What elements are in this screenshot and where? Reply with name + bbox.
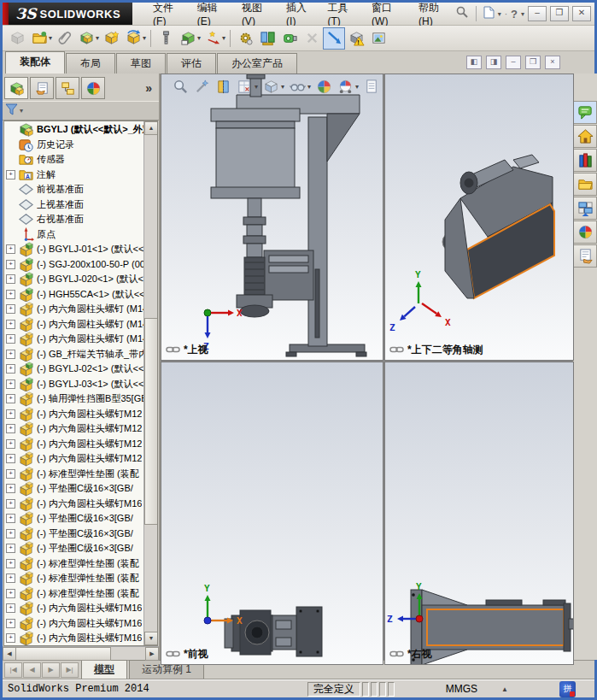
- zoom-to-area-button[interactable]: [192, 77, 211, 96]
- view-orientation-dropdown-icon[interactable]: ▾: [255, 83, 258, 91]
- viewport-isometric[interactable]: Y X Z*上下二等角轴测: [384, 74, 574, 361]
- take-snapshot-button[interactable]: [367, 27, 389, 50]
- doc-pane-left-button[interactable]: ◧: [466, 56, 482, 69]
- tree-row[interactable]: +(-) GB_杆端关节轴承_带内: [4, 347, 144, 362]
- zoom-to-fit-button[interactable]: [171, 77, 190, 96]
- view-orientation-button[interactable]: [235, 77, 254, 96]
- tree-row[interactable]: +(-) 标准型弹性垫圈 (装配: [4, 571, 144, 586]
- tab-办公室产品[interactable]: 办公室产品: [217, 53, 297, 74]
- tree-row[interactable]: +(-) 平垫圈C级16×3[GB/: [4, 511, 144, 526]
- expand-icon[interactable]: +: [6, 484, 15, 493]
- minimize-button[interactable]: –: [528, 6, 547, 21]
- expand-icon[interactable]: +: [6, 334, 15, 344]
- tree-row[interactable]: +(-) HGH55CA<1> (默认<<默: [4, 287, 144, 303]
- doc-close-button[interactable]: ×: [545, 56, 560, 69]
- expand-icon[interactable]: +: [6, 469, 15, 479]
- study-nav-button-3[interactable]: ▶|: [61, 662, 79, 678]
- viewport-top[interactable]: X Z*上视: [161, 74, 383, 361]
- scroll-down-button[interactable]: ▼: [144, 632, 158, 645]
- fm-tab-propertymanager[interactable]: [30, 77, 54, 99]
- section-view-button[interactable]: [214, 77, 232, 96]
- vertical-scroll-thumb[interactable]: [144, 318, 158, 525]
- tree-horizontal-scrollbar[interactable]: ◀ ▶: [3, 646, 159, 660]
- expand-icon[interactable]: +: [6, 364, 15, 374]
- large-design-review-button[interactable]: [323, 27, 345, 50]
- home-button[interactable]: [573, 125, 597, 148]
- hide-show-items-button[interactable]: [288, 77, 307, 96]
- scroll-up-button[interactable]: ▲: [144, 121, 158, 135]
- study-nav-button-1[interactable]: ◀: [23, 662, 41, 678]
- expand-icon[interactable]: +: [6, 379, 15, 389]
- smart-fasteners-button[interactable]: [155, 27, 177, 50]
- tree-row[interactable]: +(-) 平垫圈C级16×3[GB/: [4, 541, 144, 556]
- expand-icon[interactable]: +: [6, 619, 15, 628]
- panel-overflow-chevron[interactable]: »: [140, 81, 157, 95]
- expand-icon[interactable]: +: [6, 244, 15, 254]
- interference-detection-button[interactable]: !: [345, 27, 367, 50]
- tree-row[interactable]: +(-) BGYLJ-02<1> (默认<<: [4, 362, 144, 377]
- expand-icon[interactable]: +: [6, 304, 15, 314]
- reference-geometry-button[interactable]: [256, 27, 278, 50]
- expand-icon[interactable]: +: [6, 290, 15, 299]
- expand-icon[interactable]: +: [6, 350, 15, 359]
- expand-icon[interactable]: +: [6, 439, 15, 449]
- search-icon[interactable]: [455, 5, 469, 22]
- tree-row[interactable]: +BGYLJ (默认<<默认>_外观 显: [4, 122, 144, 138]
- horizontal-scroll-thumb[interactable]: [15, 647, 111, 661]
- tab-布局[interactable]: 布局: [66, 53, 115, 74]
- tree-row[interactable]: +A注解: [4, 168, 144, 183]
- study-nav-button-0[interactable]: |◀: [4, 662, 22, 678]
- tree-row[interactable]: +(-) 内六角圆柱头螺钉M16: [4, 616, 144, 632]
- bottom-tab-model[interactable]: 模型: [81, 660, 127, 679]
- external-references-dropdown-icon[interactable]: ▾: [197, 34, 201, 42]
- view-palette-button[interactable]: [573, 197, 597, 220]
- help-dropdown-icon[interactable]: ▾: [521, 10, 524, 18]
- tree-row[interactable]: +(-) 轴用弹性挡圈B型35[GB: [4, 391, 144, 407]
- scroll-left-button[interactable]: ◀: [3, 647, 16, 661]
- tree-row[interactable]: +(-) 标准型弹性垫圈 (装配: [4, 467, 144, 482]
- help-icon[interactable]: ?: [511, 8, 518, 21]
- tree-row[interactable]: +(-) BGYLJ-020<1> (默认<: [4, 272, 144, 287]
- fm-tab-displaymanager[interactable]: [81, 77, 105, 99]
- doc-pane-right-button[interactable]: ◨: [486, 56, 501, 69]
- close-button[interactable]: ✕: [572, 6, 591, 21]
- mate-dropdown-icon[interactable]: ▾: [96, 34, 99, 42]
- study-nav-button-2[interactable]: ▶: [42, 662, 60, 678]
- expand-icon[interactable]: +: [6, 170, 15, 179]
- units-label[interactable]: MMGS: [446, 683, 477, 695]
- tree-row[interactable]: +右视基准面: [4, 212, 144, 227]
- expand-icon[interactable]: +: [6, 633, 15, 643]
- open-document-button[interactable]: [28, 27, 50, 50]
- restore-button[interactable]: ❒: [550, 6, 569, 21]
- expand-icon[interactable]: +: [6, 454, 15, 463]
- expand-icon[interactable]: +: [6, 394, 15, 403]
- expand-icon[interactable]: +: [6, 529, 15, 538]
- fm-tab-configurationmanager[interactable]: [56, 77, 79, 99]
- tab-评估[interactable]: 评估: [167, 53, 216, 74]
- tree-row[interactable]: +(-) 内六角圆柱头螺钉M12: [4, 437, 144, 452]
- insert-components-button[interactable]: [100, 27, 122, 50]
- tree-row[interactable]: +(-) 平垫圈C级16×3[GB/: [4, 481, 144, 497]
- file-explorer-button[interactable]: [573, 173, 597, 196]
- tree-row[interactable]: +历史记录: [4, 138, 144, 153]
- tab-装配体[interactable]: 装配体: [5, 51, 65, 74]
- appearances-scenes-button[interactable]: [573, 221, 597, 244]
- move-component-button[interactable]: [202, 27, 224, 50]
- units-popup-arrow-icon[interactable]: ▲: [501, 685, 508, 693]
- expand-icon[interactable]: +: [6, 409, 15, 419]
- tree-row[interactable]: +前视基准面: [4, 182, 144, 197]
- filter-funnel-icon[interactable]: [5, 103, 18, 119]
- expand-icon[interactable]: +: [6, 514, 15, 523]
- tree-row[interactable]: +上视基准面: [4, 197, 144, 213]
- expand-icon[interactable]: +: [6, 274, 15, 284]
- expand-icon[interactable]: +: [6, 260, 15, 269]
- filter-dropdown-icon[interactable]: ▾: [20, 107, 23, 115]
- open-document-dropdown-icon[interactable]: ▾: [49, 34, 52, 42]
- expand-icon[interactable]: +: [6, 589, 15, 598]
- doc-restore-button[interactable]: ❒: [525, 56, 541, 69]
- tree-row[interactable]: +(-) SGJ-200x100-50-P (00: [4, 257, 144, 273]
- doc-minimize-button[interactable]: –: [506, 56, 521, 69]
- solidworks-resources-button[interactable]: [573, 101, 597, 124]
- external-references-button[interactable]: [177, 27, 199, 50]
- apply-scene-button[interactable]: [336, 77, 354, 96]
